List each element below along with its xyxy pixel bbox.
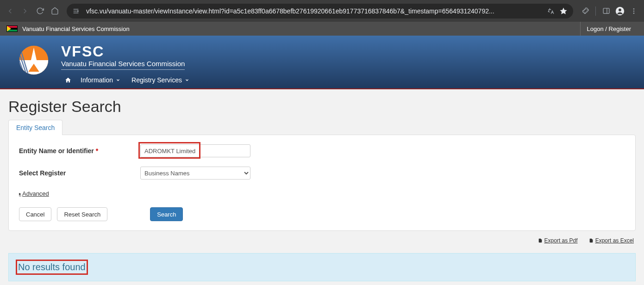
file-icon	[589, 238, 594, 243]
reset-search-button[interactable]: Reset Search	[57, 207, 107, 221]
page-title: Register Search	[8, 98, 636, 116]
brand-fullname: Vanuatu Financial Services Commission	[61, 60, 185, 70]
vfsc-logo-icon	[16, 42, 52, 78]
select-register-dropdown[interactable]: Business Names	[140, 167, 250, 180]
cancel-button[interactable]: Cancel	[19, 207, 51, 221]
side-panel-icon[interactable]	[600, 5, 613, 18]
chevron-down-icon	[116, 78, 120, 82]
search-panel: Entity Name or Identifier * Select Regis…	[8, 135, 636, 231]
no-results-message: No results found	[18, 262, 86, 273]
nav-home-icon[interactable]	[61, 75, 75, 85]
results-panel: No results found	[8, 253, 636, 281]
required-mark: *	[96, 147, 98, 155]
browser-toolbar: vfsc.vu/vanuatu-master/viewInstance/view…	[0, 0, 644, 22]
org-topbar: Vanuatu Financial Services Commission Lo…	[0, 22, 644, 36]
url-text: vfsc.vu/vanuatu-master/viewInstance/view…	[86, 7, 542, 15]
select-register-label: Select Register	[19, 169, 140, 177]
menu-dots-icon[interactable]	[627, 5, 640, 18]
org-name: Vanuatu Financial Services Commission	[22, 25, 130, 32]
browser-right-controls	[579, 5, 640, 18]
nav-information[interactable]: Information	[75, 74, 126, 86]
svg-point-9	[633, 8, 635, 10]
extensions-icon[interactable]	[579, 5, 592, 18]
svg-rect-5	[603, 8, 609, 13]
svg-marker-4	[560, 7, 567, 14]
site-banner: VFSC Vanuatu Financial Services Commissi…	[0, 36, 644, 89]
translate-icon[interactable]	[547, 7, 555, 15]
svg-point-11	[633, 12, 635, 14]
chevron-down-icon	[185, 78, 189, 82]
export-pdf-link[interactable]: Export as Pdf	[538, 237, 578, 244]
bookmark-star-icon[interactable]	[559, 7, 568, 15]
address-bar[interactable]: vfsc.vu/vanuatu-master/viewInstance/view…	[67, 4, 573, 19]
search-button[interactable]: Search	[150, 207, 183, 221]
page-content: Register Search Entity Search Entity Nam…	[0, 89, 644, 231]
toolbar-divider	[595, 6, 596, 16]
profile-icon[interactable]	[613, 5, 626, 18]
advanced-toggle[interactable]: Advanced	[19, 190, 49, 197]
tab-row: Entity Search	[8, 119, 636, 135]
svg-point-8	[619, 8, 621, 11]
vanuatu-flag-icon	[6, 25, 18, 32]
entity-name-input[interactable]	[140, 144, 250, 157]
home-icon[interactable]	[48, 5, 61, 18]
svg-point-2	[77, 10, 79, 12]
back-icon[interactable]	[4, 5, 17, 18]
entity-name-label: Entity Name or Identifier *	[19, 147, 140, 155]
site-settings-icon[interactable]	[72, 7, 80, 15]
svg-point-10	[633, 10, 635, 12]
export-row: Export as Pdf Export as Excel	[0, 231, 644, 248]
reload-icon[interactable]	[33, 5, 46, 18]
main-nav: Information Registry Services	[61, 74, 195, 86]
export-excel-link[interactable]: Export as Excel	[589, 237, 634, 244]
tab-entity-search[interactable]: Entity Search	[8, 120, 63, 135]
brand-acronym: VFSC	[61, 44, 185, 59]
forward-icon[interactable]	[19, 5, 31, 18]
nav-registry-services[interactable]: Registry Services	[126, 74, 195, 86]
logon-register-link[interactable]: Logon / Register	[580, 22, 638, 36]
file-icon	[538, 238, 543, 243]
